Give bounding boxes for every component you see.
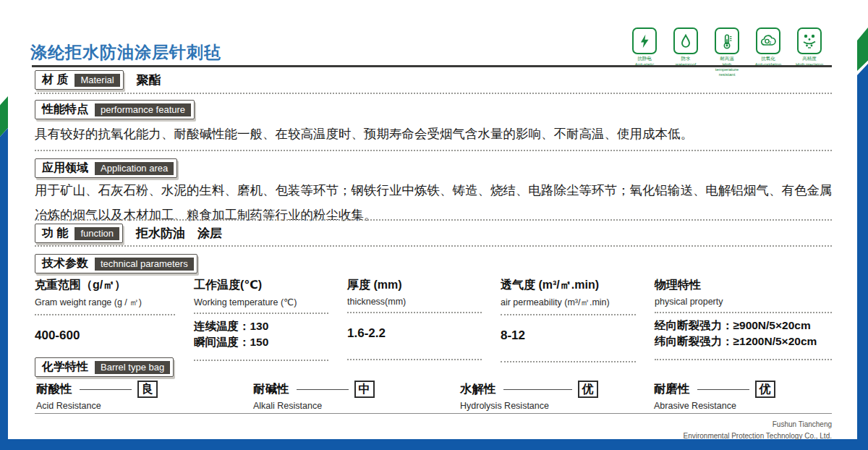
section-material: 材 质 Material 聚酯 (35, 70, 161, 90)
feature-label: 性能特点 performance feature (35, 100, 195, 119)
value-line: 经向断裂强力：≥900N/5×20cm (655, 318, 832, 334)
company-footer: Fushun Tiancheng Environmental Protectio… (684, 419, 833, 441)
column-value: 连续温度：130 瞬间温度：150 (194, 314, 328, 355)
tech-parameters-table: 克重范围（g/㎡） Gram weight range (g / ㎡) 400-… (35, 278, 833, 362)
chem-name-en: Abrasive Resistance (654, 401, 833, 411)
right-ribbon-blue (857, 64, 868, 450)
application-label-en: Application area (95, 162, 174, 175)
chem-name-zh: 耐磨性 (654, 381, 690, 397)
high-precision-icon (797, 27, 822, 54)
badge-label-zh: 抗氧化 (761, 56, 775, 62)
column-divider (501, 361, 636, 362)
chem-row: 耐酸性 良 (36, 381, 253, 398)
column-header-zh: 克重范围（g/㎡） (35, 278, 175, 293)
function-label-en: function (75, 227, 119, 240)
chem-connector-line (80, 389, 132, 390)
column-header-zh: 物理特性 (655, 278, 832, 293)
badge-waterproof: 防水 waterproof (669, 27, 702, 78)
tech-col-air-permeability: 透气度 (m³/㎡.min) air permeability (m³/㎡.mi… (501, 278, 655, 362)
badge-high-temperature: 耐高温 High temperature resistant (710, 27, 744, 78)
column-divider (347, 359, 482, 360)
column-header-zh: 工作温度(℃) (194, 278, 328, 293)
badge-high-precision: 高精度 High precision (793, 27, 826, 78)
dotted-divider (35, 150, 832, 151)
feature-text: 具有较好的抗氧化能力、耐酸碱性能一般、在较高温度时、预期寿命会受烟气含水量的影响… (35, 122, 833, 146)
chem-grade: 优 (755, 381, 775, 398)
material-label: 材 质 Material (35, 70, 124, 90)
tech-col-thickness: 厚度 (mm) thickness(mm) 1.6-2.2 (347, 278, 501, 362)
column-divider (655, 359, 832, 360)
chem-name-en: Alkali Resistance (253, 401, 460, 411)
application-label: 应用领域 Application area (35, 158, 177, 178)
section-tech: 技术参数 technical parameters (35, 254, 197, 273)
footer-divider (35, 413, 832, 414)
feature-badges: 抗静电 Anti-static 防水 waterproof 耐高温 High t… (628, 27, 826, 78)
badge-label-zh: 防水 (681, 56, 691, 62)
chem-row: 耐磨性 优 (654, 381, 833, 398)
tech-col-gram-weight: 克重范围（g/㎡） Gram weight range (g / ㎡) 400-… (35, 278, 194, 362)
column-header-zh: 透气度 (m³/㎡.min) (501, 278, 636, 293)
chem-connector-line (297, 389, 349, 390)
chem-row: 水解性 优 (460, 381, 654, 398)
chem-grade: 中 (354, 381, 375, 398)
chem-name-zh: 耐酸性 (36, 381, 72, 397)
company-name-line2: Environmental Protection Technology Co.,… (684, 430, 833, 442)
function-label: 功 能 function (35, 224, 123, 243)
column-value: 1.6-2.2 (347, 313, 482, 354)
feature-label-zh: 性能特点 (42, 102, 88, 117)
value-line: 纬向断裂强力：≥1200N/5×20cm (655, 334, 832, 349)
chem-name-zh: 水解性 (460, 381, 496, 397)
chemical-label-zh: 化学特性 (42, 360, 88, 375)
page-title: 涤纶拒水防油涂层针刺毡 (30, 41, 221, 64)
chem-name-en: Hydrolysis Resistance (460, 401, 654, 411)
material-label-en: Material (75, 74, 119, 87)
column-header-en: Working temperature (℃) (194, 297, 328, 307)
company-name-line1: Fushun Tiancheng (684, 419, 833, 430)
section-chemical: 化学特性 Barrel type bag (35, 357, 174, 377)
feature-label-en: performance feature (95, 103, 191, 116)
column-value: 经向断裂强力：≥900N/5×20cm 纬向断裂强力：≥1200N/5×20cm (655, 313, 832, 354)
tech-col-physical-property: 物理特性 physical property 经向断裂强力：≥900N/5×20… (655, 278, 833, 362)
chem-item-alkali: 耐碱性 中 Alkali Resistance (253, 381, 460, 411)
anti-oxidation-icon: 2 (756, 27, 780, 54)
chem-item-hydrolysis: 水解性 优 Hydrolysis Resistance (460, 381, 654, 411)
dotted-divider (35, 245, 832, 247)
material-value: 聚酯 (137, 72, 161, 88)
waterproof-icon (673, 27, 698, 54)
function-value: 拒水防油 涂层 (136, 225, 222, 242)
chemical-label-en: Barrel type bag (95, 361, 170, 374)
tech-label-en: technical parameters (95, 258, 194, 271)
chem-row: 耐碱性 中 (253, 381, 460, 398)
tech-col-working-temperature: 工作温度(℃) Working temperature (℃) 连续温度：130… (194, 278, 347, 362)
chemical-properties: 耐酸性 良 Acid Resistance 耐碱性 中 Alkali Resis… (36, 381, 833, 411)
badge-anti-static: 抗静电 Anti-static (628, 27, 661, 78)
badge-anti-oxidation: 2 抗氧化 Anti-oxidation (752, 27, 785, 78)
dotted-divider (35, 93, 832, 94)
column-value: 400-600 (35, 315, 175, 356)
column-header-zh: 厚度 (mm) (347, 278, 482, 293)
badge-label-zh: 抗静电 (637, 56, 652, 62)
chem-grade: 良 (137, 381, 158, 398)
column-header-en: air permeability (m³/㎡.min) (501, 297, 636, 309)
chem-name-zh: 耐碱性 (253, 381, 289, 397)
material-label-zh: 材 质 (42, 72, 68, 88)
column-value: 8-12 (501, 315, 636, 356)
right-ribbon-green (857, 27, 868, 71)
value-line: 瞬间温度：150 (194, 334, 328, 350)
chem-item-acid: 耐酸性 良 Acid Resistance (36, 381, 253, 411)
value-line: 连续温度：130 (194, 318, 328, 334)
section-feature: 性能特点 performance feature (35, 100, 195, 119)
badge-label-zh: 高精度 (802, 56, 817, 62)
anti-static-icon (632, 27, 657, 54)
tech-label: 技术参数 technical parameters (35, 254, 197, 273)
chem-connector-line (503, 389, 572, 390)
chemical-label: 化学特性 Barrel type bag (35, 357, 174, 377)
section-function: 功 能 function 拒水防油 涂层 (35, 224, 222, 243)
application-label-zh: 应用领域 (42, 161, 88, 176)
title-divider (32, 65, 832, 67)
left-ribbon-blue (0, 128, 8, 450)
chem-name-en: Acid Resistance (36, 401, 253, 411)
badge-label-zh: 耐高温 (720, 56, 734, 62)
svg-text:2: 2 (770, 41, 772, 44)
chem-grade: 优 (578, 381, 598, 398)
